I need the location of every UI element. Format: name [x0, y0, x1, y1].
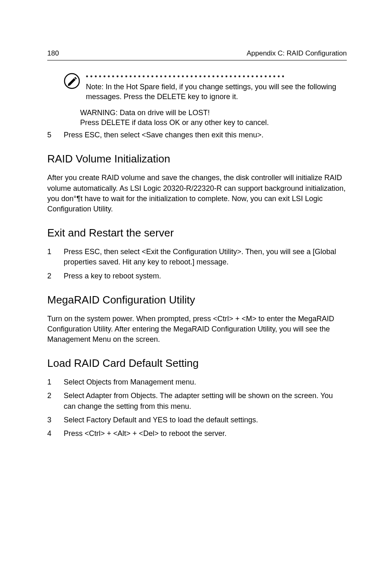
warning-block: WARNING: Data on drive will be LOST! Pre…: [80, 108, 347, 128]
list-text: Select Factory Default and YES to load t…: [64, 415, 347, 425]
list-item: 1 Press ESC, then select <Exit the Confi…: [47, 247, 347, 267]
list-item: 2 Select Adapter from Objects. The adapt…: [47, 391, 347, 411]
list-number: 4: [47, 429, 53, 439]
dots-divider: ••••••••••••••••••••••••••••••••••••••••…: [86, 73, 347, 80]
list-text: Press ESC, then select <Save changes the…: [64, 130, 347, 140]
heading-exit-restart: Exit and Restart the server: [47, 227, 347, 239]
list-item: 2 Press a key to reboot system.: [47, 271, 347, 281]
step-list-5: 5 Press ESC, then select <Save changes t…: [47, 130, 347, 140]
page-number: 180: [47, 49, 59, 58]
warning-line1: WARNING: Data on drive will be LOST!: [80, 108, 347, 118]
list-number: 1: [47, 377, 53, 387]
content-area: ••••••••••••••••••••••••••••••••••••••••…: [47, 73, 347, 439]
list-text: Press a key to reboot system.: [64, 271, 347, 281]
note-text-container: ••••••••••••••••••••••••••••••••••••••••…: [86, 73, 347, 102]
exit-restart-list: 1 Press ESC, then select <Exit the Confi…: [47, 247, 347, 281]
list-number: 3: [47, 415, 53, 425]
list-text: Select Objects from Management menu.: [64, 377, 347, 387]
note-block: ••••••••••••••••••••••••••••••••••••••••…: [64, 73, 347, 102]
list-item: 1 Select Objects from Management menu.: [47, 377, 347, 387]
page-header: 180 Appendix C: RAID Configuration: [47, 49, 347, 60]
paragraph-megaraid: Turn on the system power. When prompted,…: [47, 314, 347, 345]
list-text: Select Adapter from Objects. The adapter…: [64, 391, 347, 411]
warning-line2: Press DELETE if data loss OK or any othe…: [80, 118, 347, 127]
heading-load-raid: Load RAID Card Default Setting: [47, 357, 347, 370]
list-number: 5: [47, 130, 53, 140]
page-container: 180 Appendix C: RAID Configuration •••••…: [0, 0, 392, 472]
list-number: 2: [47, 271, 53, 281]
list-item: 3 Select Factory Default and YES to load…: [47, 415, 347, 425]
heading-raid-init: RAID Volume Initialization: [47, 153, 347, 165]
list-number: 2: [47, 391, 53, 411]
header-title: Appendix C: RAID Configuration: [247, 49, 347, 58]
paragraph-raid-init: After you create RAID volume and save th…: [47, 173, 347, 214]
list-text: Press <Ctrl> + <Alt> + <Del> to reboot t…: [64, 429, 347, 439]
pen-icon: [64, 73, 80, 89]
heading-megaraid: MegaRAID Configuration Utility: [47, 294, 347, 306]
list-item: 4 Press <Ctrl> + <Alt> + <Del> to reboot…: [47, 429, 347, 439]
load-raid-list: 1 Select Objects from Management menu. 2…: [47, 377, 347, 439]
note-text: Note: In the Hot Spare field, if you cha…: [86, 82, 347, 102]
list-text: Press ESC, then select <Exit the Configu…: [64, 247, 347, 267]
list-number: 1: [47, 247, 53, 267]
list-item: 5 Press ESC, then select <Save changes t…: [47, 130, 347, 140]
